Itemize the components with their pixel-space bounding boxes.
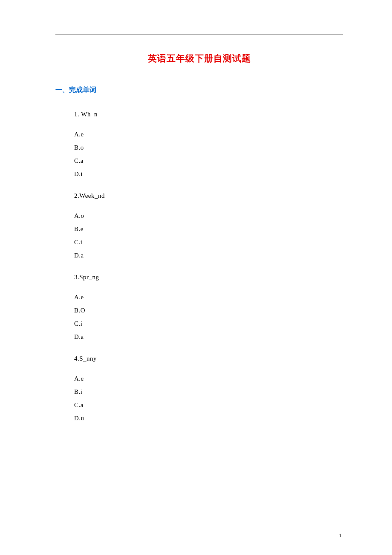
question-block: 1. Wh_nA.eB.oC.aD.i — [74, 111, 343, 178]
question-block: 3.Spr_ngA.eB.OC.iD.a — [74, 274, 343, 341]
question-text: 1. Wh_n — [74, 111, 343, 118]
option: A.e — [74, 294, 343, 301]
page-container: 英语五年级下册自测试题 一、完成单词 1. Wh_nA.eB.oC.aD.i2.… — [0, 0, 392, 454]
question-text: 2.Week_nd — [74, 192, 343, 199]
option: A.e — [74, 131, 343, 138]
page-number: 1 — [339, 532, 342, 539]
question-text: 4.S_nny — [74, 355, 343, 362]
option: A.o — [74, 212, 343, 220]
option: D.a — [74, 252, 343, 259]
option: B.o — [74, 144, 343, 151]
option: B.i — [74, 388, 343, 396]
section-heading: 一、完成单词 — [55, 86, 343, 95]
question-block: 4.S_nnyA.eB.iC.aD.u — [74, 355, 343, 422]
questions-container: 1. Wh_nA.eB.oC.aD.i2.Week_ndA.oB.eC.iD.a… — [55, 111, 343, 422]
option: D.i — [74, 171, 343, 178]
option: C.i — [74, 320, 343, 327]
question-text: 3.Spr_ng — [74, 274, 343, 281]
option: B.e — [74, 225, 343, 233]
option: C.i — [74, 239, 343, 246]
option: D.a — [74, 333, 343, 341]
option: D.u — [74, 415, 343, 422]
option: C.a — [74, 157, 343, 165]
option: A.e — [74, 375, 343, 382]
option: B.O — [74, 307, 343, 314]
question-block: 2.Week_ndA.oB.eC.iD.a — [74, 192, 343, 259]
top-divider — [55, 34, 343, 35]
option: C.a — [74, 402, 343, 409]
page-title: 英语五年级下册自测试题 — [55, 52, 343, 64]
